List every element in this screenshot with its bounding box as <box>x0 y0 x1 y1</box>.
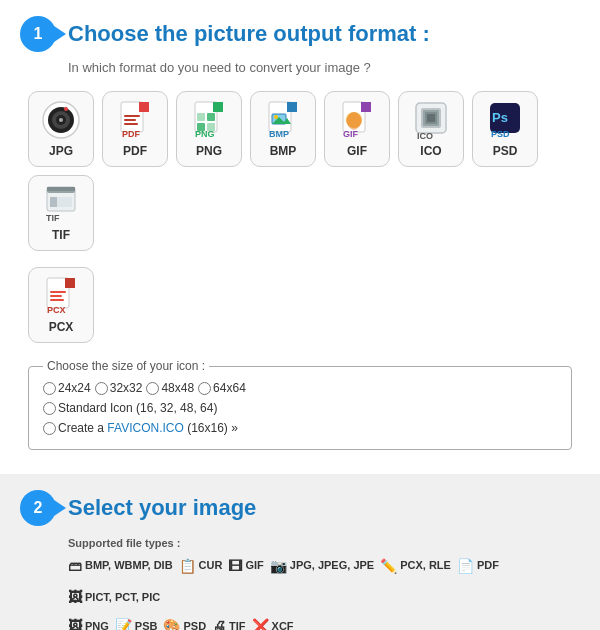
gif-filetype-icon: 🎞 <box>228 554 242 579</box>
step-1-badge: 1 <box>20 16 56 52</box>
pict-filetype-label: PICT, PCT, PIC <box>85 588 160 608</box>
bmp-label: BMP <box>270 144 297 158</box>
size-64-label[interactable]: 64x64 <box>198 381 246 395</box>
svg-rect-54 <box>50 299 64 301</box>
bmp-icon: BMP <box>263 100 303 140</box>
svg-rect-47 <box>57 197 64 207</box>
pdf-filetype-label: PDF <box>477 556 499 576</box>
svg-text:ICO: ICO <box>417 131 433 139</box>
pict-filetype-icon: 🖼 <box>68 585 82 610</box>
size-24-radio[interactable] <box>43 382 56 395</box>
svg-text:TIF: TIF <box>46 213 60 223</box>
png-icon: PNG <box>189 100 229 140</box>
svg-rect-10 <box>124 119 136 121</box>
favicon-label[interactable]: Create a FAVICON.ICO (16x16) » <box>43 421 238 435</box>
png-filetype-label: PNG <box>85 617 109 630</box>
svg-text:PCX: PCX <box>47 305 66 315</box>
svg-rect-51 <box>65 278 75 288</box>
filetype-gif: 🎞 GIF <box>228 554 263 579</box>
gif-label: GIF <box>347 144 367 158</box>
svg-point-26 <box>274 115 278 119</box>
format-pcx[interactable]: PCX PCX <box>28 267 94 343</box>
format-pdf[interactable]: PDF PDF <box>102 91 168 167</box>
format-png[interactable]: PNG PNG <box>176 91 242 167</box>
filetype-pcx: ✏️ PCX, RLE <box>380 554 451 579</box>
filetype-bmp: 🗃 BMP, WBMP, DIB <box>68 554 173 579</box>
svg-text:PDF: PDF <box>122 129 141 139</box>
format-tif[interactable]: TIF TIF <box>28 175 94 251</box>
svg-rect-46 <box>50 197 57 207</box>
favicon-link[interactable]: FAVICON.ICO <box>107 421 183 435</box>
svg-text:GIF: GIF <box>343 129 359 139</box>
svg-rect-8 <box>139 102 149 112</box>
section-1-title: Choose the picture output format : <box>68 21 430 47</box>
filetype-xcf: ❌ XCF <box>252 614 294 630</box>
svg-text:PSD: PSD <box>491 129 510 139</box>
psd-filetype-label: PSD <box>183 617 206 630</box>
format-gif[interactable]: GIF GIF <box>324 91 390 167</box>
ico-label: ICO <box>420 144 441 158</box>
size-32-radio[interactable] <box>95 382 108 395</box>
size-32-label[interactable]: 32x32 <box>95 381 143 395</box>
png-filetype-icon: 🖼 <box>68 614 82 630</box>
svg-point-4 <box>59 118 63 122</box>
filetype-pict: 🖼 PICT, PCT, PIC <box>68 585 160 610</box>
file-type-row: 🗃 BMP, WBMP, DIB 📋 CUR 🎞 GIF 📷 JPG, JPEG… <box>68 554 580 610</box>
filetype-tif: 🖨 TIF <box>212 614 246 630</box>
pcx-label: PCX <box>49 320 74 334</box>
bmp-filetype-label: BMP, WBMP, DIB <box>85 556 173 576</box>
standard-radio[interactable] <box>43 402 56 415</box>
section-1-subtitle: In which format do you need to convert y… <box>68 60 580 75</box>
format-psd[interactable]: Ps PSD PSD <box>472 91 538 167</box>
file-type-row2: 🖼 PNG 📝 PSB 🎨 PSD 🖨 TIF ❌ XCF <box>68 614 580 630</box>
size-48-label[interactable]: 48x48 <box>146 381 194 395</box>
psd-label: PSD <box>493 144 518 158</box>
tif-filetype-icon: 🖨 <box>212 614 226 630</box>
format-ico[interactable]: ICO ICO <box>398 91 464 167</box>
format-grid-row2: PCX PCX <box>28 267 580 343</box>
standard-icon-label[interactable]: Standard Icon (16, 32, 48, 64) <box>43 401 217 415</box>
format-grid: JPG PDF PDF <box>28 91 580 251</box>
tif-filetype-label: TIF <box>229 617 246 630</box>
size-24-label[interactable]: 24x24 <box>43 381 91 395</box>
step-2-badge: 2 <box>20 490 56 526</box>
favicon-radio[interactable] <box>43 422 56 435</box>
xcf-filetype-label: XCF <box>272 617 294 630</box>
svg-rect-53 <box>50 295 62 297</box>
filetype-jpg: 📷 JPG, JPEG, JPE <box>270 554 374 579</box>
filetype-pdf: 📄 PDF <box>457 554 499 579</box>
svg-rect-44 <box>47 187 75 191</box>
svg-rect-15 <box>213 102 223 112</box>
svg-rect-30 <box>361 102 371 112</box>
xcf-filetype-icon: ❌ <box>252 614 269 630</box>
psd-filetype-icon: 🎨 <box>163 614 180 630</box>
svg-point-5 <box>64 107 68 111</box>
format-bmp[interactable]: BMP BMP <box>250 91 316 167</box>
gif-icon: GIF <box>337 100 377 140</box>
jpg-filetype-icon: 📷 <box>270 554 287 579</box>
jpg-icon <box>41 100 81 140</box>
supported-label: Supported file types : <box>68 537 180 549</box>
size-48-radio[interactable] <box>146 382 159 395</box>
jpg-label: JPG <box>49 144 73 158</box>
standard-text: Standard Icon (16, 32, 48, 64) <box>58 401 217 415</box>
section-1-header: 1 Choose the picture output format : <box>20 16 580 52</box>
pcx-filetype-icon: ✏️ <box>380 554 397 579</box>
filetype-psd: 🎨 PSD <box>163 614 206 630</box>
psb-filetype-label: PSB <box>135 617 158 630</box>
icon-sizes-legend: Choose the size of your icon : <box>43 359 209 373</box>
filetype-psb: 📝 PSB <box>115 614 158 630</box>
section-1: 1 Choose the picture output format : In … <box>0 0 600 466</box>
svg-text:PNG: PNG <box>195 129 215 139</box>
size-64-radio[interactable] <box>198 382 211 395</box>
svg-rect-9 <box>124 115 140 117</box>
pdf-icon: PDF <box>115 100 155 140</box>
svg-rect-23 <box>287 102 297 112</box>
favicon-text: Create a FAVICON.ICO (16x16) » <box>58 421 238 435</box>
ico-icon: ICO <box>411 100 451 140</box>
format-jpg[interactable]: JPG <box>28 91 94 167</box>
section-2-title: Select your image <box>68 495 256 521</box>
png-label: PNG <box>196 144 222 158</box>
psb-filetype-icon: 📝 <box>115 614 132 630</box>
svg-rect-52 <box>50 291 66 293</box>
